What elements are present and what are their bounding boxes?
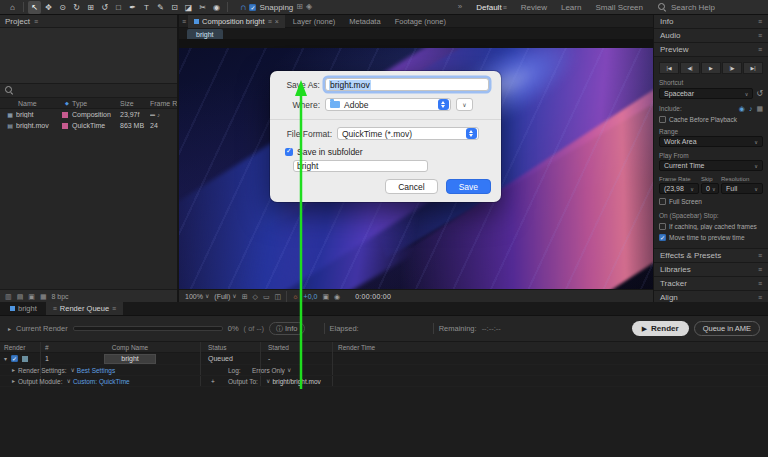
panel-menu-icon[interactable]: ≡ [758, 280, 762, 287]
queue-column-headers[interactable]: Render # Comp Name Status Started Render… [0, 342, 768, 353]
resolution-select[interactable]: (Full) ∨ [214, 293, 236, 300]
chevron-down-icon[interactable]: ∨ [70, 367, 74, 373]
magnification-select[interactable]: 100% ∨ [185, 293, 209, 300]
panel-menu-icon[interactable]: ≡ [758, 46, 762, 53]
comp-breadcrumb-bright[interactable]: bright [187, 29, 223, 39]
save-in-subfolder-checkbox[interactable] [285, 148, 293, 156]
libraries-panel-header[interactable]: Libraries ≡ [654, 263, 768, 277]
log-value[interactable]: Errors Only [252, 367, 285, 374]
move-time-checkbox[interactable] [659, 234, 666, 241]
clone-stamp-tool-icon[interactable]: ⊡ [168, 1, 181, 14]
column-type[interactable]: Type [72, 100, 120, 107]
new-folder-icon[interactable]: ▣ [28, 293, 35, 300]
hand-tool-icon[interactable]: ✥ [42, 1, 55, 14]
region-of-interest-icon[interactable]: ▭ [263, 293, 270, 300]
panel-menu-icon[interactable]: ≡ [758, 18, 762, 25]
panel-menu-icon[interactable]: ≡ [758, 32, 762, 39]
tab-menu-icon[interactable]: ≡ [112, 305, 116, 312]
tab-composition-bright[interactable]: Composition bright ≡ × [188, 15, 285, 28]
column-comp-name[interactable]: Comp Name [60, 344, 200, 351]
label-column-icon[interactable]: ◆ [62, 101, 72, 106]
tab-footage[interactable]: Footage (none) [389, 15, 452, 28]
zoom-tool-icon[interactable]: ⊙ [56, 1, 69, 14]
interpret-footage-icon[interactable]: ▥ [5, 293, 12, 300]
chevron-down-icon[interactable]: ∨ [287, 367, 291, 373]
play-from-select[interactable]: Current Time [659, 160, 763, 171]
column-name[interactable]: Name [4, 100, 62, 107]
include-overlays-icon[interactable]: ▦ [756, 105, 763, 112]
color-depth-label[interactable]: 8 bpc [52, 293, 69, 300]
show-snapshot-icon[interactable]: ◉ [334, 293, 340, 300]
queue-in-ame-button[interactable]: Queue in AME [694, 321, 760, 336]
column-started[interactable]: Started [260, 344, 332, 351]
exposure-icon[interactable]: ☼ [292, 293, 298, 300]
column-frame-rate[interactable]: Frame Ra [150, 100, 177, 107]
panel-menu-icon[interactable]: ≡ [182, 18, 186, 25]
column-render[interactable]: Render [0, 344, 40, 351]
workspace-default[interactable]: Default [476, 3, 501, 12]
chevron-down-icon[interactable]: ∨ [66, 378, 70, 384]
snapping-checkbox[interactable] [249, 4, 256, 11]
home-tool-icon[interactable]: ⌂ [6, 1, 19, 14]
timecode[interactable]: 0:00:00:00 [355, 293, 391, 300]
panel-menu-icon[interactable]: ≡ [34, 18, 38, 25]
render-info-button[interactable]: ⓘ Info [269, 322, 305, 335]
tab-timeline-bright[interactable]: bright [3, 302, 44, 315]
project-row-bright-mov[interactable]: ▤ bright.mov QuickTime 863 MB 24 [0, 120, 177, 131]
audio-panel-header[interactable]: Audio ≡ [654, 29, 768, 43]
tab-metadata[interactable]: Metadata [343, 15, 386, 28]
previous-frame-button[interactable]: ◀| [680, 62, 700, 74]
tab-render-queue[interactable]: ≡ Render Queue ≡ [46, 302, 123, 315]
roto-brush-tool-icon[interactable]: ✂ [196, 1, 209, 14]
where-select[interactable]: Adobe [325, 98, 451, 111]
subfolder-name-input[interactable]: bright [293, 160, 428, 172]
column-index[interactable]: # [40, 344, 60, 351]
output-module-value[interactable]: Custom: QuickTime [73, 378, 130, 385]
rotation-tool-icon[interactable]: ↺ [98, 1, 111, 14]
library-icon[interactable]: ▤ [17, 293, 24, 300]
selection-tool-icon[interactable]: ↖ [28, 1, 41, 14]
snap-option-feature-icon[interactable]: ◈ [306, 3, 312, 11]
include-video-icon[interactable]: ◉ [739, 105, 745, 112]
cache-before-playback-checkbox[interactable] [659, 116, 666, 123]
preview-resolution-select[interactable]: Full [721, 183, 763, 194]
frame-rate-select[interactable]: (23,98 [659, 183, 699, 194]
new-composition-icon[interactable]: ▦ [40, 293, 47, 300]
expand-sheet-button[interactable]: ∨ [456, 98, 473, 111]
effects-presets-panel-header[interactable]: Effects & Presets ≡ [654, 249, 768, 263]
preview-panel-header[interactable]: Preview ≡ [654, 43, 768, 57]
eraser-tool-icon[interactable]: ◪ [182, 1, 195, 14]
tracker-panel-header[interactable]: Tracker ≡ [654, 277, 768, 291]
next-frame-button[interactable]: |▶ [722, 62, 742, 74]
tab-layer[interactable]: Layer (none) [287, 15, 342, 28]
group-disclosure-icon[interactable]: ▸ [12, 378, 15, 384]
render-item-checkbox[interactable] [11, 355, 18, 362]
pen-tool-icon[interactable]: ✒ [126, 1, 139, 14]
pan-behind-tool-icon[interactable]: ⊞ [84, 1, 97, 14]
row-disclosure-icon[interactable]: ▾ [4, 356, 7, 362]
range-select[interactable]: Work Area [659, 136, 763, 147]
first-frame-button[interactable]: |◀ [659, 62, 679, 74]
shape-tool-icon[interactable]: □ [112, 1, 125, 14]
render-settings-value[interactable]: Best Settings [77, 367, 115, 374]
reset-icon[interactable]: ↺ [756, 90, 763, 98]
column-render-time[interactable]: Render Time [332, 344, 768, 351]
shortcut-select[interactable]: Spacebar [659, 88, 753, 99]
workspace-overflow-icon[interactable]: » [458, 3, 462, 11]
label-color-swatch[interactable] [62, 123, 68, 129]
orbit-tool-icon[interactable]: ↻ [70, 1, 83, 14]
tab-close-icon[interactable]: × [275, 18, 279, 25]
workspace-menu-icon[interactable]: ≡ [503, 4, 507, 11]
current-render-disclosure-icon[interactable]: ▸ [8, 326, 11, 332]
filename-input[interactable]: bright.mov [325, 78, 489, 91]
skip-select[interactable]: 0 [701, 183, 719, 194]
project-search-field[interactable] [0, 84, 177, 98]
mask-visibility-icon[interactable]: ◇ [253, 293, 258, 300]
column-size[interactable]: Size [120, 100, 150, 107]
label-color-swatch[interactable] [62, 112, 68, 118]
workspace-small-screen[interactable]: Small Screen [595, 3, 643, 12]
output-to-value[interactable]: bright/bright.mov [272, 378, 320, 385]
brush-tool-icon[interactable]: ✎ [154, 1, 167, 14]
group-disclosure-icon[interactable]: ▸ [12, 367, 15, 373]
last-frame-button[interactable]: ▶| [743, 62, 763, 74]
